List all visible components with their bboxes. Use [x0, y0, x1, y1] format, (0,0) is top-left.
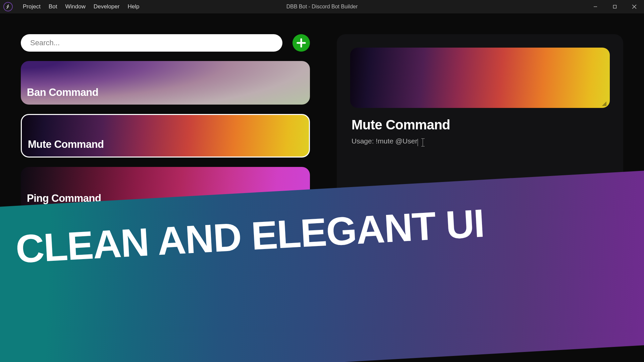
command-card[interactable]: Ban Command	[21, 61, 310, 105]
detail-title[interactable]: Mute Command	[352, 117, 610, 132]
command-card-title: Mute Command	[28, 138, 104, 150]
search-input[interactable]	[21, 34, 282, 52]
menu-help[interactable]: Help	[123, 0, 143, 13]
add-command-button[interactable]	[292, 34, 310, 52]
menu-developer[interactable]: Developer	[90, 0, 124, 13]
window-minimize-button[interactable]	[586, 0, 605, 13]
menu-project[interactable]: Project	[19, 0, 45, 13]
promo-headline: CLEAN AND ELEGANT UI	[0, 203, 485, 270]
command-card-title: Ban Command	[27, 86, 98, 99]
menu-bot[interactable]: Bot	[45, 0, 61, 13]
app-logo-icon	[3, 2, 13, 11]
window-maximize-button[interactable]	[605, 0, 625, 13]
detail-description-input[interactable]: Usage: !mute @User	[352, 137, 610, 145]
command-card[interactable]: Mute Command	[21, 114, 310, 158]
menu-window[interactable]: Window	[61, 0, 89, 13]
text-caret-icon	[423, 138, 423, 146]
detail-hero-gradient[interactable]	[350, 48, 610, 108]
window-close-button[interactable]	[625, 0, 644, 13]
svg-rect-1	[613, 5, 616, 8]
window-title: DBB Bot - Discord Bot Builder	[286, 0, 358, 13]
titlebar: ProjectBotWindowDeveloperHelp DBB Bot - …	[0, 0, 644, 13]
detail-description-text: Usage: !mute @User	[352, 137, 417, 145]
